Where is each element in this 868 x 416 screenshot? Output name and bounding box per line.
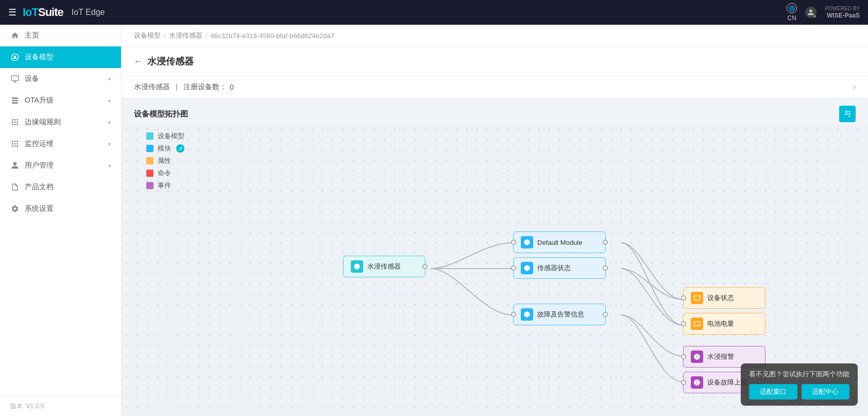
sidebar-item-label: 产品文档 [25, 182, 111, 192]
legend-label-property: 属性 [158, 156, 171, 165]
sidebar-item-home[interactable]: 主页 [0, 25, 121, 46]
legend-label-event: 事件 [158, 181, 171, 190]
sidebar-item-label: 系统设置 [25, 204, 111, 213]
sidebar-item-user-mgmt[interactable]: 用户管理 ▾ [0, 155, 121, 176]
breadcrumb: 设备模型 / 水浸传感器 / 46c32b74-e318-4580-bfaf-b… [122, 25, 868, 47]
module-icon [521, 236, 533, 248]
sidebar-item-monitor[interactable]: 监控运维 ▾ [0, 133, 121, 155]
sensor-status-label: 传感器状态 [537, 263, 571, 273]
info-bar-left: 水浸传感器 ｜ 注册设备数： 0 [134, 82, 234, 92]
sidebar-item-label: 主页 [25, 31, 111, 40]
back-button[interactable]: ← [134, 57, 142, 66]
online-dot [813, 14, 816, 18]
user-mgmt-icon [10, 161, 20, 170]
default-module-label: Default Module [537, 239, 582, 246]
fit-center-button[interactable]: 适配中心 [802, 384, 850, 400]
sensor-icon [521, 262, 533, 274]
flood-alarm-icon [691, 351, 703, 363]
breadcrumb-id: 46c32b74-e318-4580-bfaf-b66d824e2da7 [210, 32, 334, 40]
chevron-down-icon: ▾ [108, 98, 111, 104]
sidebar-item-label: 设备模型 [25, 53, 111, 62]
fault-module-node[interactable]: 故障及告警信息 [513, 304, 606, 325]
header-right: 🌐 CN POWERED BY WISE-PaaS [787, 3, 860, 22]
registered-label: 注册设备数： [183, 82, 227, 92]
sidebar-item-label: OTA升级 [25, 96, 103, 105]
breadcrumb-device-model[interactable]: 设备模型 [134, 31, 161, 40]
chevron-down-icon: ▾ [108, 163, 111, 169]
legend-item-property: 属性 [146, 156, 184, 165]
flood-alarm-label: 水浸报警 [707, 352, 734, 361]
sidebar: 主页 设备模型 设备 ▾ OTA升级 ▾ 边缘端规则 [0, 25, 122, 416]
sidebar-item-ota[interactable]: OTA升级 ▾ [0, 90, 121, 111]
device-status-node[interactable]: 设备状态 [683, 287, 765, 309]
chevron-down-icon: ▾ [108, 120, 111, 125]
help-box: 看不见图？尝试执行下面两个功能 适配窗口 适配中心 [741, 363, 858, 406]
topology-container: 设备模型拓扑图 与 设备模型 模块 ↺ 属性 [122, 98, 868, 416]
device-node-label: 水浸传感器 [367, 262, 401, 271]
sidebar-item-label: 边缘端规则 [25, 118, 103, 127]
page-header: ← 水浸传感器 [122, 47, 868, 76]
legend-color-command [146, 170, 154, 177]
default-module-right-connector [603, 240, 608, 245]
product-doc-icon [10, 182, 20, 192]
module-badge: ↺ [176, 144, 184, 153]
sidebar-item-sys-settings[interactable]: 系统设置 [0, 198, 121, 220]
info-sep: ｜ [173, 82, 180, 92]
fit-window-button[interactable]: 适配窗口 [749, 384, 797, 400]
topology-legend: 设备模型 模块 ↺ 属性 命令 事件 [134, 127, 197, 194]
default-module-node[interactable]: Default Module [513, 231, 606, 253]
menu-icon[interactable]: ☰ [8, 7, 16, 18]
sidebar-item-edge-rules[interactable]: 边缘端规则 ▾ [0, 111, 121, 133]
user-avatar[interactable] [805, 7, 816, 18]
sensor-right-connector [603, 265, 608, 271]
legend-item-device-model: 设备模型 [146, 131, 184, 141]
svg-rect-4 [12, 102, 18, 104]
breadcrumb-sep2: / [206, 32, 208, 40]
legend-item-module: 模块 ↺ [146, 144, 184, 153]
sensor-left-connector [511, 265, 516, 271]
help-box-buttons: 适配窗口 适配中心 [749, 384, 849, 400]
globe-icon: 🌐 [787, 3, 797, 13]
edge-rules-icon [10, 118, 20, 127]
flood-alarm-left-connector [681, 354, 686, 359]
fault-module-label: 故障及告警信息 [537, 310, 584, 319]
sidebar-item-product-doc[interactable]: 产品文档 [0, 176, 121, 198]
svg-rect-1 [11, 76, 18, 80]
battery-icon [691, 318, 703, 330]
legend-color-module [146, 145, 154, 152]
topology-fit-button[interactable]: 与 [839, 106, 856, 122]
header-title: IoT Edge [72, 8, 105, 17]
sensor-status-node[interactable]: 传感器状态 [513, 257, 606, 279]
device-node-icon [351, 260, 363, 273]
sidebar-item-device[interactable]: 设备 ▾ [0, 68, 121, 90]
fault-left-connector [511, 312, 516, 317]
chevron-down-icon: ▾ [108, 76, 111, 82]
legend-label-device-model: 设备模型 [158, 131, 184, 141]
legend-label-command: 命令 [158, 169, 171, 178]
breadcrumb-sensor[interactable]: 水浸传感器 [169, 31, 202, 40]
sidebar-item-label: 用户管理 [25, 161, 103, 170]
model-name: 水浸传感器 [134, 82, 170, 92]
expand-icon[interactable]: › [853, 82, 856, 92]
device-node-right-connector [422, 264, 428, 269]
module-left-connector [511, 240, 516, 245]
svg-rect-3 [12, 100, 18, 102]
page-title: 水浸传感器 [147, 55, 194, 68]
lang-selector[interactable]: 🌐 CN [787, 3, 797, 22]
svg-rect-2 [12, 97, 18, 99]
sidebar-item-device-model[interactable]: 设备模型 [0, 46, 121, 68]
fault-right-connector [603, 312, 608, 317]
device-model-icon [10, 53, 20, 62]
home-icon [10, 31, 20, 40]
monitor-icon [10, 139, 20, 148]
device-node[interactable]: 水浸传感器 [343, 256, 426, 277]
sidebar-version: 版本 V1.0.5 [0, 396, 121, 416]
battery-node[interactable]: 电池电量 [683, 313, 765, 335]
legend-item-event: 事件 [146, 181, 184, 190]
topology-title: 设备模型拓扑图 [134, 109, 188, 119]
legend-color-property [146, 157, 154, 164]
fault-report-left-connector [681, 380, 686, 385]
sidebar-item-label: 设备 [25, 74, 103, 84]
battery-label: 电池电量 [707, 319, 734, 328]
topology-canvas: 水浸传感器 Default Module [122, 124, 868, 416]
